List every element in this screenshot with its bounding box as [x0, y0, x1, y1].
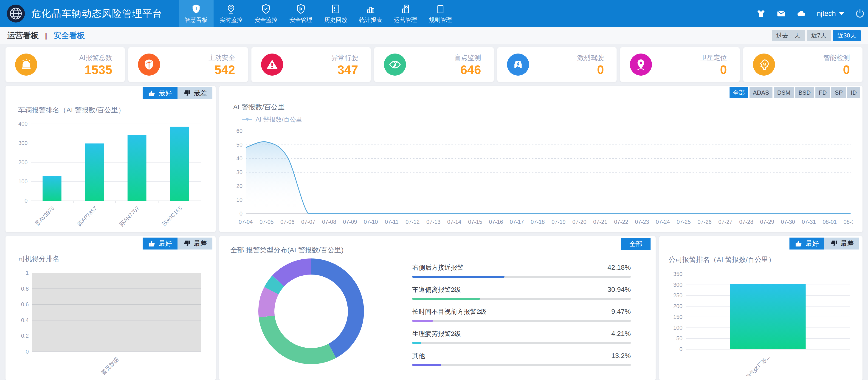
- car-icon: [507, 54, 529, 76]
- kpi-value: 0: [823, 63, 850, 76]
- vehicle-alarm-rank-panel: 最好 最差 车辆报警排名（AI 警报数/百公里） 0100200300400苏A…: [5, 86, 216, 232]
- svg-text:0.8: 0.8: [21, 286, 29, 292]
- nav-item-统计报表[interactable]: 统计报表: [353, 0, 388, 27]
- svg-text:350: 350: [673, 271, 682, 277]
- nav-item-规则管理[interactable]: 规则管理: [423, 0, 458, 27]
- app-title: 危化品车辆动态风险管理平台: [31, 7, 162, 20]
- tab-safety-board[interactable]: 安全看板: [54, 30, 85, 41]
- svg-text:苏AV3976: 苏AV3976: [34, 205, 56, 227]
- alarm-type-row[interactable]: 右侧后方接近报警42.18%: [412, 263, 631, 278]
- svg-text:07-06: 07-06: [280, 219, 294, 225]
- svg-text:AI: AI: [763, 62, 766, 66]
- alarm-type-progress-fill: [412, 276, 504, 278]
- alarm-type-label: 长时间不目视前方报警2级: [412, 308, 487, 316]
- svg-text:0.6: 0.6: [21, 301, 29, 308]
- chart-legend[interactable]: AI 警报数/百公里: [242, 115, 302, 124]
- svg-text:40: 40: [236, 155, 243, 162]
- company-alarm-bar-chart: 050100150200250300350南京特种气体厂股...: [664, 271, 858, 376]
- worst-button[interactable]: 最差: [178, 238, 212, 250]
- kpi-value: 0: [577, 63, 604, 76]
- alarm-type-progress-fill: [412, 342, 422, 344]
- alarm-type-row[interactable]: 生理疲劳报警2级4.21%: [412, 329, 631, 344]
- svg-text:07-12: 07-12: [405, 219, 420, 225]
- kpi-label: AI报警总数: [79, 53, 112, 62]
- nav-item-历史回放[interactable]: 历史回放: [318, 0, 353, 27]
- shield-kpi-icon: [138, 54, 160, 76]
- svg-text:07-31: 07-31: [802, 219, 816, 225]
- svg-text:07-07: 07-07: [301, 219, 315, 225]
- kpi-card-异常行驶: 异常行驶347: [251, 47, 371, 82]
- kpi-text: 异常行驶347: [331, 53, 358, 76]
- alarm-filter-全部[interactable]: 全部: [730, 87, 748, 98]
- nav-item-安全管理[interactable]: 安全管理: [283, 0, 318, 27]
- svg-text:400: 400: [19, 121, 28, 127]
- svg-text:南京特种气体厂股...: 南京特种气体厂股...: [733, 353, 771, 376]
- svg-text:300: 300: [19, 140, 28, 146]
- kpi-value: 1535: [79, 63, 112, 76]
- svg-text:苏AN7707: 苏AN7707: [118, 205, 141, 227]
- driver-score-rank-panel: 最好 最差 司机得分排名 00.20.40.60.81暂无数据: [5, 236, 216, 380]
- alarm-filter-ADAS[interactable]: ADAS: [749, 87, 773, 98]
- worst-button[interactable]: 最差: [825, 238, 859, 250]
- nav-item-智慧看板[interactable]: 智慧看板: [179, 0, 214, 27]
- svg-text:60: 60: [236, 128, 243, 134]
- driver-score-empty-chart: 00.20.40.60.81暂无数据: [15, 270, 207, 375]
- svg-text:07-26: 07-26: [698, 219, 712, 225]
- alarm-filter-FD[interactable]: FD: [815, 87, 830, 98]
- thumb-up-icon: [148, 240, 156, 247]
- mail-icon[interactable]: [776, 9, 786, 19]
- time-filter-近7天[interactable]: 近7天: [807, 30, 831, 41]
- alarm-filter-BSD[interactable]: BSD: [795, 87, 814, 98]
- header-right: njtech: [756, 8, 861, 19]
- best-button[interactable]: 最好: [143, 87, 178, 99]
- chart-icon: [365, 4, 376, 14]
- worst-button[interactable]: 最差: [178, 87, 212, 99]
- svg-text:07-30: 07-30: [781, 219, 795, 225]
- kpi-label: 智能检测: [823, 53, 850, 62]
- dashboard-tab-bar: 运营看板 | 安全看板 过去一天近7天近30天: [0, 27, 868, 44]
- kpi-value: 0: [701, 63, 727, 76]
- best-button[interactable]: 最好: [143, 238, 178, 250]
- cloud-icon[interactable]: [797, 9, 806, 19]
- chevron-down-icon: [839, 12, 844, 15]
- alarm-filter-DSM[interactable]: DSM: [774, 87, 794, 98]
- svg-text:暂无数据: 暂无数据: [100, 356, 120, 375]
- theme-shirt-icon[interactable]: [756, 9, 766, 19]
- best-button[interactable]: 最好: [789, 238, 825, 250]
- svg-text:1: 1: [26, 270, 29, 276]
- alarm-filter-SP[interactable]: SP: [831, 87, 846, 98]
- kpi-text: 智能检测0: [823, 53, 850, 76]
- alarm-filter-ID[interactable]: ID: [847, 87, 860, 98]
- kpi-value: 646: [455, 63, 481, 76]
- svg-text:07-04: 07-04: [239, 219, 253, 225]
- svg-text:300: 300: [673, 282, 682, 288]
- svg-text:0.2: 0.2: [21, 333, 29, 339]
- logout-power-icon[interactable]: [855, 8, 865, 19]
- time-filter-过去一天[interactable]: 过去一天: [772, 30, 805, 41]
- alarm-type-row[interactable]: 其他13.2%: [412, 352, 631, 366]
- thumb-up-icon: [148, 89, 156, 97]
- thumb-up-icon: [795, 240, 803, 247]
- kiosk-icon: [400, 4, 411, 14]
- alarm-type-percent: 4.21%: [611, 330, 631, 338]
- kpi-value: 542: [209, 63, 235, 76]
- alarm-type-progress-track: [412, 342, 631, 344]
- nav-item-运营管理[interactable]: 运营管理: [388, 0, 423, 27]
- nav-item-安全监控[interactable]: 安全监控: [248, 0, 283, 27]
- thumb-down-icon: [830, 240, 838, 247]
- kpi-text: 主动安全542: [209, 53, 235, 76]
- tab-operations-board[interactable]: 运营看板: [7, 30, 38, 41]
- svg-text:250: 250: [673, 292, 682, 298]
- svg-text:100: 100: [19, 178, 28, 184]
- alarm-type-row[interactable]: 长时间不目视前方报警2级9.47%: [412, 308, 631, 322]
- alarm-type-row[interactable]: 车道偏离报警2级30.94%: [412, 285, 631, 300]
- panel-title: AI 警报数/百公里: [233, 103, 285, 112]
- svg-text:0: 0: [240, 210, 243, 217]
- nav-item-实时监控[interactable]: 实时监控: [214, 0, 248, 27]
- svg-text:08-01: 08-01: [823, 219, 837, 225]
- user-menu[interactable]: njtech: [817, 9, 844, 18]
- svg-text:07-22: 07-22: [614, 219, 628, 225]
- all-button[interactable]: 全部: [621, 238, 651, 250]
- time-filter-近30天[interactable]: 近30天: [833, 30, 861, 41]
- top-navbar: 危化品车辆动态风险管理平台 智慧看板实时监控安全监控安全管理历史回放统计报表运营…: [0, 0, 868, 27]
